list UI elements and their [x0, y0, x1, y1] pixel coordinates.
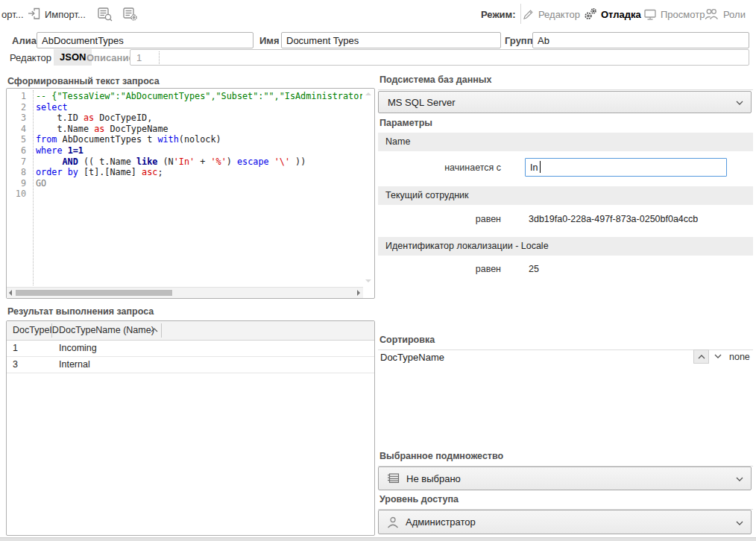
access-value: Администратор: [406, 516, 476, 528]
editor-hscrollbar[interactable]: [7, 287, 363, 298]
table-cell: 3: [13, 359, 18, 370]
line-number: 9: [7, 178, 29, 189]
query-title: Сформированный текст запроса: [7, 76, 160, 86]
line-number: 8: [7, 167, 29, 178]
code-line[interactable]: t.ID as DocTypeID,: [36, 113, 362, 124]
parameters-title: Параметры: [378, 116, 753, 133]
description-value: 1: [136, 52, 142, 63]
code-line[interactable]: AND (( t.Name like (N'In' + '%') escape …: [36, 156, 362, 168]
chevron-down-icon: [736, 521, 743, 525]
column-header-doctypename[interactable]: DocTypeName (Name): [59, 325, 154, 335]
line-number: 1: [7, 91, 29, 102]
param-locale-operator: равен: [378, 264, 501, 274]
line-number: 2: [7, 102, 29, 113]
table-cell: Incoming: [59, 343, 97, 353]
code-line[interactable]: t.Name as DocTypeName: [36, 124, 362, 135]
line-number: 4: [7, 124, 29, 135]
db-subsystem-title: Подсистема баз данных: [378, 72, 753, 90]
editor-scroll-up-icon[interactable]: [365, 92, 371, 95]
gutter-separator: [33, 90, 34, 285]
line-number: 5: [7, 134, 29, 145]
code-line[interactable]: order by [t].[Name] asc;: [36, 167, 362, 178]
import-button[interactable]: Импорт...: [45, 9, 86, 20]
scroll-left-icon[interactable]: [9, 290, 12, 296]
result-table: DocTypeID DocTypeName (Name) 1Incoming3I…: [6, 320, 375, 536]
param-employee-operator: равен: [378, 214, 501, 224]
description-grip[interactable]: [159, 51, 160, 64]
param-employee-band: Текущий сотрудник: [378, 186, 753, 205]
table-grid-icon: [386, 472, 400, 485]
param-name-band: Name: [378, 133, 753, 151]
param-name-input[interactable]: [525, 158, 727, 177]
table-row[interactable]: 3Internal: [7, 357, 374, 373]
access-select[interactable]: Администратор: [378, 510, 752, 534]
sorting-field: DocTypeName: [380, 352, 444, 363]
line-number: 3: [7, 113, 29, 124]
scroll-right-icon[interactable]: [357, 290, 360, 296]
right-panel: Подсистема баз данных MS SQL Server Пара…: [378, 0, 753, 541]
export-button[interactable]: орт...: [1, 9, 24, 20]
sql-editor[interactable]: 12345678910 -- {"TessaView":"AbDocumentT…: [6, 88, 375, 299]
alias-input[interactable]: [37, 32, 253, 48]
person-icon: [386, 516, 400, 529]
bottom-bar: [0, 537, 756, 541]
table-row[interactable]: 1Incoming: [7, 341, 374, 357]
editor-scroll-down-icon[interactable]: [365, 279, 371, 282]
name-label: Имя: [259, 35, 280, 46]
subset-title: Выбранное подмножество: [378, 449, 753, 466]
param-employee-value: 3db19fa0-228a-497f-873a-0250bf0a4ccb: [529, 214, 698, 224]
param-locale-value: 25: [529, 264, 539, 274]
result-table-body: 1Incoming3Internal: [7, 341, 374, 373]
table-cell: Internal: [59, 359, 90, 370]
code-line[interactable]: GO: [36, 178, 362, 189]
line-numbers: 12345678910: [7, 89, 29, 287]
view-search-icon[interactable]: [97, 6, 113, 22]
code-line[interactable]: where 1=1: [36, 145, 362, 156]
code-line[interactable]: from AbDocumentTypes t with(nolock): [36, 134, 362, 145]
hscroll-thumb[interactable]: [16, 290, 172, 296]
code-line[interactable]: select: [36, 102, 362, 113]
tab-editor[interactable]: Редактор: [10, 52, 51, 63]
code-line[interactable]: -- {"TessaView":"AbDocumentTypes","Subse…: [36, 91, 362, 102]
sort-up-button[interactable]: [693, 349, 709, 364]
import-icon: [27, 6, 42, 21]
code-lines[interactable]: -- {"TessaView":"AbDocumentTypes","Subse…: [36, 89, 362, 287]
line-number: 7: [7, 156, 29, 168]
result-title: Результат выполнения запроса: [7, 306, 154, 317]
param-locale-band: Идентификатор локализации - Locale: [378, 237, 753, 256]
access-title: Уровень доступа: [378, 492, 753, 510]
view-settings-icon[interactable]: [122, 6, 139, 22]
table-cell: 1: [13, 343, 18, 353]
code-line[interactable]: [36, 189, 362, 200]
text-caret: [540, 161, 541, 173]
db-subsystem-value: MS SQL Server: [388, 97, 456, 108]
sorting-direction: none: [729, 352, 750, 362]
sorting-title: Сортировка: [378, 332, 753, 350]
sort-asc-icon: [151, 328, 158, 332]
chevron-down-icon: [736, 101, 743, 105]
subset-value: Не выбрано: [406, 473, 461, 484]
description-label: Описание: [86, 52, 134, 63]
param-name-operator: начинается с: [378, 162, 501, 173]
result-table-header[interactable]: DocTypeID DocTypeName (Name): [7, 321, 374, 341]
column-divider[interactable]: [51, 323, 52, 338]
sort-down-button[interactable]: [714, 354, 722, 358]
db-subsystem-select[interactable]: MS SQL Server: [378, 91, 752, 113]
column-divider[interactable]: [161, 323, 162, 338]
subset-select[interactable]: Не выбрано: [378, 466, 752, 490]
app-window: орт... Импорт... Р: [0, 0, 756, 541]
line-number: 10: [7, 189, 29, 200]
line-number: 6: [7, 145, 29, 156]
chevron-down-icon: [736, 477, 743, 481]
